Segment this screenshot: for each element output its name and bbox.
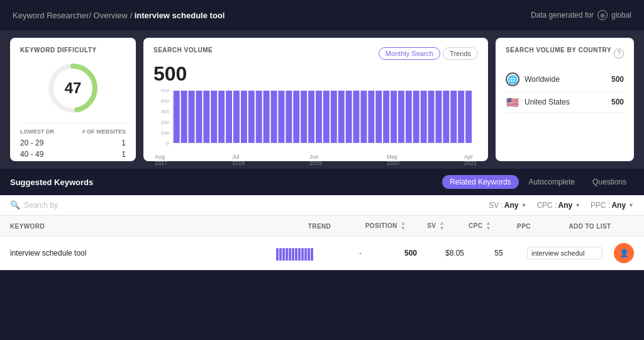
filter-dropdowns: SV : Any ▼ CPC : Any ▼ PPC : Any ▼ (489, 201, 634, 210)
svg-rect-33 (346, 91, 352, 143)
sv-filter[interactable]: SV : Any ▼ (489, 201, 526, 210)
svg-rect-26 (293, 91, 299, 143)
col-header-trend: TREND (282, 223, 357, 230)
cpc-filter[interactable]: CPC : Any ▼ (536, 201, 580, 210)
cpc-filter-value: Any (558, 201, 572, 210)
svg-rect-23 (271, 91, 277, 143)
trend-bar-1 (276, 248, 279, 261)
suggested-keywords-title: Suggested Keywords (10, 178, 93, 187)
kd-card-title: KEYWORD DIFFICULTY (20, 47, 126, 54)
breadcrumb-prefix: Keyword Researcher/ Overview / (13, 11, 135, 20)
svg-rect-21 (256, 91, 262, 143)
trend-bar-4 (286, 248, 288, 261)
search-placeholder[interactable]: Search by (24, 201, 58, 210)
cpc-filter-label: CPC : (536, 201, 557, 210)
svg-rect-44 (428, 91, 435, 143)
svg-rect-13 (196, 91, 202, 143)
country-name-worldwide: Worldwide (525, 75, 560, 84)
col-header-cpc[interactable]: CPC ▲▼ (458, 221, 502, 231)
kd-row-1: 20 - 29 1 (20, 139, 126, 147)
worldwide-globe-icon: 🌐 (506, 72, 519, 86)
search-icon: 🔍 (10, 200, 20, 210)
x-label-2: Jul2018 (232, 154, 245, 166)
cards-row: KEYWORD DIFFICULTY 47 LOWEST DR # OF WEB… (0, 30, 644, 169)
svg-rect-43 (421, 91, 427, 143)
country-info-us: 🇺🇸 United States (506, 97, 570, 107)
cell-ppc: 55 (477, 249, 521, 258)
svg-rect-41 (406, 91, 412, 143)
sv-number: 500 (153, 62, 478, 86)
col-header-keyword: KEYWORD (10, 223, 282, 230)
svg-rect-22 (264, 91, 270, 143)
trend-bar-5 (289, 248, 291, 261)
keyword-difficulty-card: KEYWORD DIFFICULTY 47 LOWEST DR # OF WEB… (10, 38, 136, 161)
svg-rect-49 (465, 91, 472, 143)
svg-rect-48 (458, 91, 464, 143)
kd-count-2: 1 (121, 150, 126, 159)
sv-sort-icon: ▲▼ (440, 221, 445, 231)
country-info-worldwide: 🌐 Worldwide (506, 72, 560, 86)
bottom-section: Suggested Keywords Related Keywords Auto… (0, 169, 644, 270)
help-icon[interactable]: ? (614, 48, 624, 59)
svg-rect-37 (375, 91, 382, 143)
svg-rect-46 (443, 91, 449, 143)
svg-rect-30 (323, 91, 330, 143)
kd-count-1: 1 (121, 139, 126, 147)
search-input-wrap: 🔍 Search by (10, 200, 58, 210)
keywords-table: KEYWORD TREND POSITION ▲▼ SV ▲▼ CPC ▲▼ P… (0, 215, 644, 270)
kd-table: LOWEST DR # OF WEBSITES 20 - 29 1 40 - 4… (20, 123, 126, 159)
svg-rect-14 (203, 91, 209, 143)
svg-rect-24 (278, 91, 284, 143)
search-volume-card: SEARCH VOLUME Monthly Search Trends 500 … (143, 38, 488, 161)
svg-rect-45 (436, 91, 442, 143)
svg-rect-12 (189, 91, 195, 143)
sk-tab-autocomplete[interactable]: Autocomplete (521, 175, 582, 189)
cpc-filter-arrow: ▼ (575, 202, 580, 208)
breadcrumb: Keyword Researcher/ Overview / interview… (13, 11, 225, 20)
cpc-sort-icon: ▲▼ (486, 221, 491, 231)
svg-rect-18 (233, 91, 240, 143)
avatar[interactable]: 👤 (614, 243, 634, 263)
kd-range-1: 20 - 29 (20, 139, 43, 147)
sv-card-header: SEARCH VOLUME Monthly Search Trends (153, 47, 478, 60)
kd-table-header: LOWEST DR # OF WEBSITES (20, 128, 126, 135)
sk-tab-questions[interactable]: Questions (585, 175, 634, 189)
trend-bar-2 (279, 248, 282, 261)
add-to-list-input[interactable] (527, 247, 602, 259)
trend-bar-3 (282, 248, 285, 261)
trend-bar-9 (301, 248, 304, 261)
svg-rect-32 (338, 91, 345, 143)
svg-text:200: 200 (161, 120, 170, 125)
svg-rect-35 (360, 91, 367, 143)
kd-row-2: 40 - 49 1 (20, 150, 126, 159)
x-label-1: Aug2017 (155, 154, 167, 166)
col-header-position[interactable]: POSITION ▲▼ (357, 221, 414, 231)
svg-rect-15 (211, 91, 217, 143)
data-source-region: global (611, 11, 631, 20)
sv-tab-monthly[interactable]: Monthly Search (379, 47, 440, 60)
svg-rect-42 (413, 91, 419, 143)
col-header-sv[interactable]: SV ▲▼ (414, 221, 458, 231)
table-row: interview schedule tool - (0, 237, 644, 270)
svg-rect-27 (301, 91, 307, 143)
svg-rect-29 (316, 91, 322, 143)
svg-rect-17 (226, 91, 232, 143)
sv-tab-trends[interactable]: Trends (443, 47, 478, 60)
sv-tabs: Monthly Search Trends (379, 47, 478, 60)
filter-bar: 🔍 Search by SV : Any ▼ CPC : Any ▼ PPC :… (0, 195, 644, 215)
cell-sv: 500 (389, 249, 433, 258)
trend-bar-7 (295, 248, 297, 261)
svg-rect-38 (383, 91, 389, 143)
svg-text:0: 0 (166, 140, 169, 146)
sk-tab-related[interactable]: Related Keywords (442, 175, 518, 189)
suggested-keywords-bar: Suggested Keywords Related Keywords Auto… (0, 169, 644, 195)
cell-cpc: $8.05 (433, 249, 477, 258)
ppc-filter[interactable]: PPC : Any ▼ (591, 201, 634, 210)
chart-area: 500 400 300 200 100 0 (153, 89, 478, 152)
col-header-ppc: PPC (502, 223, 546, 230)
cell-trend (257, 246, 332, 261)
gauge: 47 (45, 60, 101, 116)
svg-rect-16 (218, 91, 225, 143)
data-source-label: Data generated for (531, 11, 594, 20)
svg-rect-40 (398, 91, 404, 143)
